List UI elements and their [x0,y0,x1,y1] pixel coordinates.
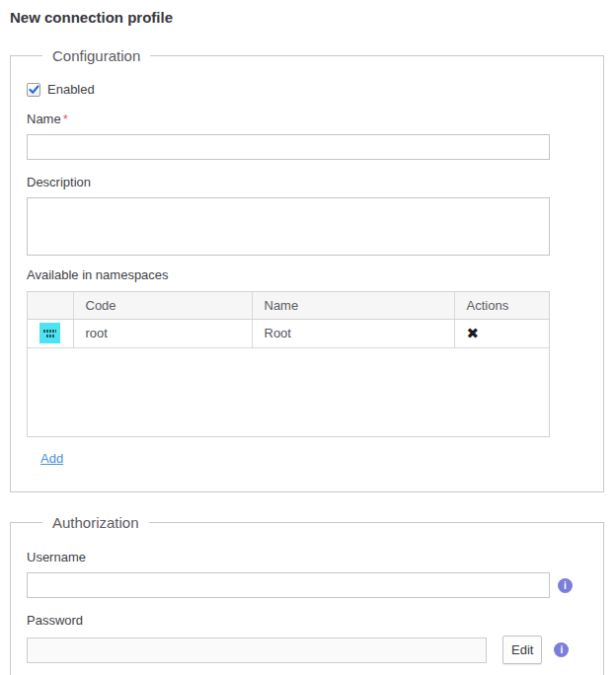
password-input [27,638,487,663]
namespace-code-cell: root [73,319,252,347]
description-input[interactable] [27,197,550,256]
configuration-panel: Configuration Enabled Name* Description … [10,47,604,492]
username-row: i [27,572,587,598]
password-row: Edit i [27,636,587,664]
password-label: Password [27,613,587,628]
edit-password-button[interactable]: Edit [502,636,542,664]
configuration-legend: Configuration [42,47,150,64]
name-label: Name* [27,112,587,126]
add-namespace-link[interactable]: Add [40,451,63,466]
namespaces-label: Available in namespaces [27,267,587,282]
authorization-legend: Authorization [42,514,149,531]
info-icon[interactable]: i [554,642,569,657]
namespace-thumbnail-cell [28,319,73,347]
username-input[interactable] [27,572,550,598]
description-label: Description [27,175,587,189]
username-label: Username [27,550,587,564]
namespace-actions-cell: ✖ [454,319,549,347]
namespace-thumbnail [39,323,60,343]
required-asterisk: * [63,112,68,126]
column-header-name[interactable]: Name [252,292,454,319]
authorization-panel: Authorization Username i Password Edit i [10,514,604,675]
page-title: New connection profile [10,9,610,26]
enabled-checkbox-label: Enabled [47,82,95,97]
namespace-name-cell: Root [252,319,454,347]
checkbox-check-icon [29,85,39,95]
enabled-checkbox-row: Enabled [27,82,587,97]
page: New connection profile Configuration Ena… [0,0,616,675]
info-icon[interactable]: i [558,578,573,593]
name-input[interactable] [27,134,550,160]
column-header-actions: Actions [454,292,549,319]
namespaces-table-header-row: Code Name Actions [28,292,549,319]
table-row[interactable]: root Root ✖ [28,319,549,347]
namespaces-table: Code Name Actions root Root ✖ [27,291,550,437]
delete-icon[interactable]: ✖ [467,326,480,340]
enabled-checkbox[interactable] [27,83,40,97]
column-header-code[interactable]: Code [73,292,252,319]
column-header-icon [28,292,73,319]
